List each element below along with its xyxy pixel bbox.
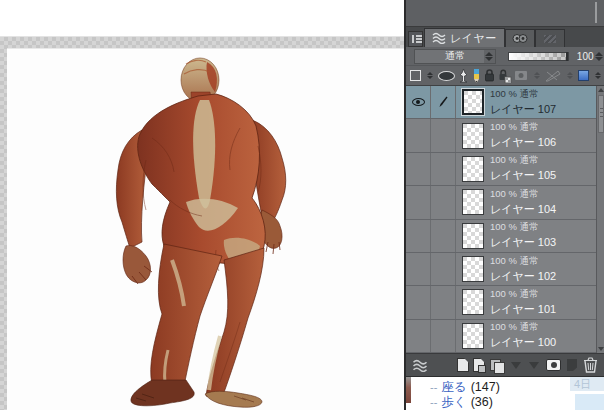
layer-palette-footer — [406, 353, 604, 377]
opacity-slider-handle[interactable] — [566, 52, 568, 61]
layer-row-106[interactable]: 100 % 通常レイヤー 106 — [406, 119, 604, 152]
clipping-icon[interactable] — [438, 71, 455, 81]
opacity-stepper-icon[interactable] — [594, 50, 604, 63]
layer-row-103[interactable]: 100 % 通常レイヤー 103 — [406, 220, 604, 253]
tab-3[interactable] — [535, 29, 565, 47]
layer-opacity-mode: 100 % 通常 — [490, 121, 556, 134]
visibility-toggle[interactable] — [406, 86, 431, 118]
layer-list: 100 % 通常レイヤー 107 100 % 通常レイヤー 106 100 % … — [406, 86, 604, 353]
layer-opacity-mode: 100 % 通常 — [490, 288, 556, 301]
layer-thumbnail[interactable] — [462, 256, 484, 282]
opacity-slider[interactable] — [508, 52, 569, 61]
layer-row-102[interactable]: 100 % 通常レイヤー 102 — [406, 253, 604, 286]
draft-pencil-icon[interactable] — [472, 69, 481, 83]
layer-row-100[interactable]: 100 % 通常レイヤー 100 — [406, 320, 604, 353]
tree-branch: -- — [430, 381, 437, 393]
tab3-icon — [544, 35, 556, 43]
layer-thumbnail[interactable] — [462, 123, 484, 149]
tab-layers[interactable]: レイヤー — [424, 28, 505, 47]
layer-name: レイヤー 103 — [490, 235, 556, 250]
layer-row-107[interactable]: 100 % 通常レイヤー 107 — [406, 86, 604, 119]
tree-branch: -- — [430, 396, 437, 408]
scroll-up-icon[interactable] — [598, 88, 604, 92]
layer-opacity-mode: 100 % 通常 — [490, 255, 556, 268]
anatomical-muscle-figure — [112, 50, 347, 410]
editing-indicator — [431, 286, 456, 318]
new-vector-layer-icon[interactable] — [473, 358, 485, 372]
layer-thumbnail[interactable] — [462, 289, 484, 315]
delete-layer-icon[interactable] — [583, 357, 598, 373]
merge-down-icon[interactable] — [529, 362, 539, 369]
lock-transparent-pixels-icon[interactable] — [498, 69, 512, 83]
panel-above-scrollbar[interactable] — [595, 2, 597, 23]
tab-2[interactable] — [505, 29, 535, 47]
palette-dock-button[interactable] — [408, 31, 423, 47]
layer-opacity-mode: 100 % 通常 — [490, 88, 556, 101]
lock-icon[interactable] — [484, 69, 495, 82]
calendar-cell-2 — [575, 394, 604, 410]
layers-icon — [432, 32, 446, 44]
enable-mask-icon[interactable] — [515, 70, 528, 81]
apply-mask-icon[interactable] — [567, 359, 577, 371]
selection-stepper-icon[interactable] — [424, 69, 435, 82]
layer-thumbnail[interactable] — [462, 223, 484, 249]
layer-opacity-mode: 100 % 通常 — [490, 188, 556, 201]
editing-indicator — [431, 220, 456, 252]
blend-mode-select[interactable]: 通常 — [414, 49, 496, 64]
ruler-stepper-icon[interactable] — [564, 69, 575, 82]
layer-row-104[interactable]: 100 % 通常レイヤー 104 — [406, 186, 604, 219]
background-window: -- 座る (147) -- 歩く (36) 4日 — [406, 377, 604, 410]
selection-square-icon[interactable] — [410, 70, 421, 81]
new-layer-folder-icon[interactable] — [490, 359, 503, 372]
layer-row-101[interactable]: 100 % 通常レイヤー 101 — [406, 286, 604, 319]
visibility-toggle[interactable] — [406, 253, 431, 285]
tree-item-walk[interactable]: -- 歩く (36) — [430, 394, 500, 409]
new-layer-icon[interactable] — [457, 358, 469, 372]
mask-stepper-icon[interactable] — [531, 69, 542, 82]
canvas-outside-margin-left — [0, 37, 7, 410]
canvas-area[interactable] — [0, 0, 404, 410]
blend-opacity-row: 通常 100 — [406, 47, 604, 66]
eye-icon — [412, 98, 425, 106]
canvas-top-strip — [0, 0, 404, 37]
visibility-toggle[interactable] — [406, 220, 431, 252]
editing-indicator — [431, 86, 456, 118]
layer-name: レイヤー 105 — [490, 168, 556, 183]
blend-mode-stepper-icon[interactable] — [484, 50, 495, 63]
editing-indicator — [431, 119, 456, 151]
editing-indicator — [431, 253, 456, 285]
layer-color-icon[interactable] — [578, 70, 589, 81]
layer-thumbnail[interactable] — [462, 189, 484, 215]
layer-thumbnail[interactable] — [462, 323, 484, 349]
pose-category-tree: -- 座る (147) -- 歩く (36) — [430, 379, 500, 409]
layer-thumbnail[interactable] — [462, 89, 484, 115]
create-mask-icon[interactable] — [546, 359, 561, 371]
scrollbar-thumb[interactable] — [598, 95, 604, 133]
ruler-icon[interactable] — [545, 70, 561, 82]
layer-list-scrollbar[interactable] — [596, 86, 604, 353]
reference-layer-icon[interactable] — [458, 69, 469, 83]
tab-layers-label: レイヤー — [450, 31, 497, 46]
layer-row-105[interactable]: 100 % 通常レイヤー 105 — [406, 153, 604, 186]
scroll-down-icon[interactable] — [598, 347, 604, 351]
visibility-toggle[interactable] — [406, 320, 431, 352]
visibility-toggle[interactable] — [406, 186, 431, 218]
app-screen: レイヤー 通常 100 — [0, 0, 604, 410]
visibility-toggle[interactable] — [406, 153, 431, 185]
tree-item-sit[interactable]: -- 座る (147) — [430, 379, 500, 394]
dock-toggle-icon — [412, 35, 420, 43]
layers-footer-icon — [412, 359, 428, 372]
layer-thumbnail[interactable] — [462, 156, 484, 182]
visibility-toggle[interactable] — [406, 286, 431, 318]
layers-panel: レイヤー 通常 100 — [404, 0, 604, 410]
layer-name: レイヤー 102 — [490, 269, 556, 284]
editing-indicator — [431, 153, 456, 185]
layer-color-stepper-icon[interactable] — [592, 69, 603, 82]
visibility-toggle[interactable] — [406, 119, 431, 151]
transfer-down-icon[interactable] — [511, 362, 521, 369]
layer-name: レイヤー 106 — [490, 135, 556, 150]
layer-opacity-mode: 100 % 通常 — [490, 154, 556, 167]
background-image-sliver — [406, 377, 411, 403]
layer-opacity-mode: 100 % 通常 — [490, 221, 556, 234]
editing-indicator — [431, 320, 456, 352]
